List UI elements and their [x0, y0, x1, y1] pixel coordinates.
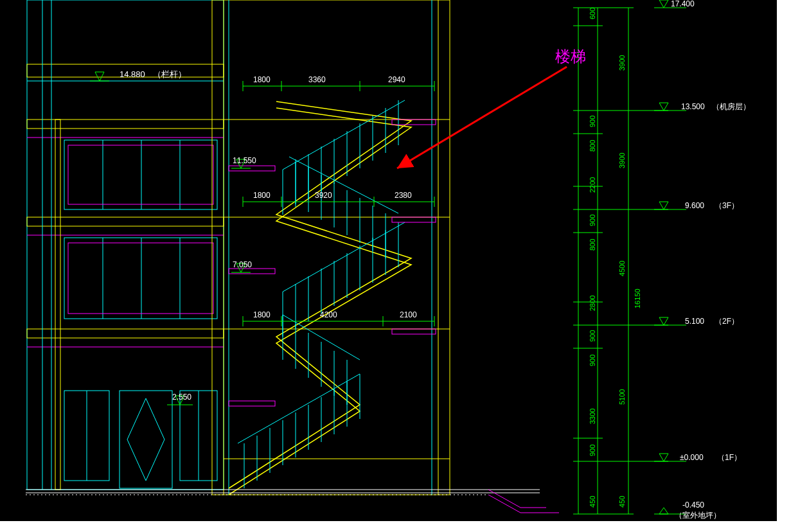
dim-f2-story: 4500	[618, 261, 626, 276]
svg-rect-5	[27, 329, 224, 338]
parapet-elev-mark: 14.880 （栏杆）	[90, 69, 186, 81]
dim-r1b: 3360	[308, 75, 326, 84]
elev-f1: ±0.000	[680, 453, 704, 462]
parapet-elev-value: 14.880	[120, 69, 145, 79]
dim-top-h: 600	[589, 8, 596, 19]
annotation-callout: 楼梯	[397, 48, 586, 168]
drawing-svg: 14.880 （栏杆）	[0, 0, 777, 521]
label-f3: （3F）	[715, 201, 739, 210]
parapet-elev-note: （栏杆）	[153, 69, 186, 79]
svg-rect-11	[55, 120, 60, 490]
dim-ground-h: 450	[589, 496, 596, 508]
right-dimension-column: 600 3900 900 800 2200 3900 900 800 2800 …	[573, 0, 751, 520]
svg-rect-25	[68, 145, 213, 204]
dim-r3b: 4200	[320, 310, 337, 319]
elev-top: 17.400	[671, 0, 695, 8]
dim-f1-story: 5100	[618, 389, 626, 405]
dim-r2c: 2380	[395, 191, 412, 200]
label-room: （机房层）	[712, 102, 751, 111]
dim-room-above: 3900	[618, 55, 626, 71]
dim-r1c: 2940	[388, 75, 405, 84]
dim-room-bot: 800	[589, 140, 596, 152]
svg-rect-12	[64, 140, 217, 209]
label-f1: （1F）	[717, 453, 742, 462]
stair-dims	[243, 81, 434, 326]
stair-elev-3: 2.550	[172, 393, 191, 402]
dim-f2-gap: 2800	[589, 296, 596, 311]
label-ground: （室外地坪）	[675, 511, 721, 520]
dim-r2b: 3920	[315, 191, 332, 200]
dim-r3a: 1800	[253, 310, 271, 319]
elev-f3: 9.600	[685, 201, 704, 210]
svg-line-84	[283, 100, 405, 170]
dim-r1a: 1800	[253, 75, 271, 84]
dim-room-top: 900	[589, 116, 596, 127]
dim-f3-top: 900	[589, 215, 596, 226]
svg-rect-4	[27, 217, 224, 226]
dim-f1-top: 900	[589, 445, 596, 456]
dim-total: 16150	[634, 288, 641, 308]
diagram-container: { "annotation": { "label": "楼梯" }, "left…	[0, 0, 791, 532]
cad-canvas: { "annotation": { "label": "楼梯" }, "left…	[0, 0, 777, 521]
stair-elev-2: 7.050	[233, 260, 252, 269]
svg-rect-3	[27, 120, 224, 129]
elev-room: 13.500	[681, 102, 705, 111]
dim-r3c: 2100	[400, 310, 417, 319]
svg-rect-90	[392, 329, 436, 334]
elev-f2: 5.100	[685, 317, 704, 326]
svg-rect-89	[392, 217, 436, 222]
svg-rect-86	[229, 269, 275, 274]
svg-rect-16	[64, 238, 217, 319]
ground-line	[26, 490, 559, 513]
svg-rect-27	[212, 0, 450, 495]
svg-rect-26	[68, 243, 213, 314]
svg-line-125	[397, 67, 567, 168]
dim-f3-gap: 2200	[589, 177, 596, 193]
label-f2: （2F）	[715, 317, 739, 326]
dim-r2a: 1800	[253, 191, 271, 200]
dim-f3-story: 3900	[618, 153, 626, 168]
dim-f2-bot: 900	[589, 355, 596, 366]
dim-ground-h2: 450	[618, 496, 626, 508]
svg-line-83	[289, 157, 398, 213]
stair-dim-texts: 1800 3360 2940 1800 3920 2380 1800 4200 …	[253, 75, 417, 319]
dim-f3-bot: 800	[589, 239, 596, 251]
stair-elev-1: 11.550	[233, 156, 256, 165]
dim-f2-top: 900	[589, 330, 596, 342]
svg-rect-87	[229, 401, 275, 406]
elev-ground: -0.450	[682, 501, 704, 510]
dim-f1-gap: 3300	[589, 409, 596, 424]
svg-line-80	[238, 374, 360, 443]
annotation-label: 楼梯	[555, 48, 586, 65]
stairwell-section	[212, 0, 450, 495]
